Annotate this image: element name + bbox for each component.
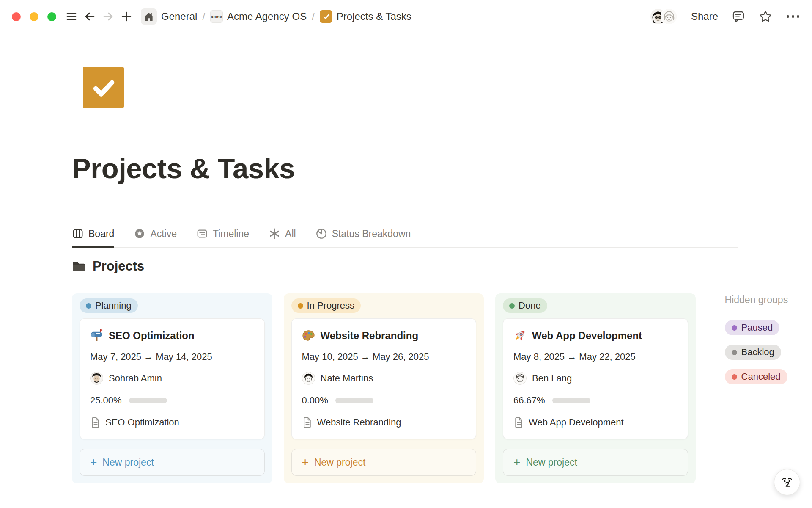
card-assignee: Nate Martins: [302, 372, 466, 385]
board-column-in-progress: In Progress Website Rebranding May 10, 2…: [284, 293, 484, 483]
topbar-actions: Share: [650, 8, 800, 25]
breadcrumb-item-current-page[interactable]: Projects & Tasks: [320, 10, 411, 23]
back-arrow-icon[interactable]: [83, 10, 96, 23]
new-project-button[interactable]: + New project: [80, 449, 265, 476]
avatar: [661, 8, 678, 25]
avatar: [90, 372, 103, 385]
hidden-groups-title: Hidden groups: [725, 294, 812, 306]
card-date-range: May 7, 2025 → May 14, 2025: [90, 351, 254, 362]
page-body: Projects & Tasks Board Active Timeline A…: [0, 67, 812, 483]
window-controls: [12, 12, 56, 21]
hidden-groups-list: PausedBacklogCanceled: [725, 320, 812, 384]
dark-folder-emoji-icon: [72, 260, 86, 273]
new-project-button[interactable]: + New project: [503, 449, 688, 476]
status-pill[interactable]: Done: [503, 298, 547, 313]
progress-label: 0.00%: [302, 395, 328, 406]
card-page-link: Web App Development: [513, 417, 678, 428]
status-dot-icon: [86, 303, 91, 309]
hidden-group-pill-canceled[interactable]: Canceled: [725, 369, 787, 384]
plus-icon: +: [302, 456, 309, 468]
page-link-label[interactable]: Web App Development: [529, 417, 624, 428]
notion-ai-button[interactable]: [774, 469, 800, 495]
view-tabs: Board Active Timeline All Status Breakdo…: [72, 228, 738, 248]
close-window-button[interactable]: [12, 12, 21, 21]
progress-bar: [335, 398, 373, 403]
card-title: Web App Development: [532, 330, 642, 342]
share-button[interactable]: Share: [691, 11, 718, 22]
card-assignee: Ben Lang: [513, 372, 678, 385]
topbar: General / acme Acme Agency OS / Projects…: [0, 0, 812, 33]
new-project-button[interactable]: + New project: [291, 449, 477, 476]
plus-icon: +: [90, 456, 97, 468]
card-date-range: May 8, 2025 → May 22, 2025: [513, 351, 678, 362]
card-page-link: Website Rebranding: [302, 417, 466, 428]
plus-icon: +: [513, 456, 520, 468]
tab-board[interactable]: Board: [72, 228, 114, 248]
kanban-board: Planning SEO Optimization May 7, 2025 → …: [72, 293, 812, 483]
breadcrumb-item-general[interactable]: General: [141, 8, 197, 25]
document-icon: [513, 417, 524, 428]
page-link-label[interactable]: SEO Optimization: [105, 417, 179, 428]
tab-status-breakdown[interactable]: Status Breakdown: [315, 228, 411, 248]
avatar: [302, 372, 315, 385]
card-title: SEO Optimization: [109, 330, 195, 342]
breadcrumb-separator: /: [312, 11, 315, 22]
mailbox-emoji-icon: [90, 329, 103, 342]
board-column-planning: Planning SEO Optimization May 7, 2025 → …: [72, 293, 272, 483]
hamburger-icon[interactable]: [66, 11, 77, 22]
section-title[interactable]: Projects: [93, 259, 144, 274]
hidden-groups-panel: Hidden groups PausedBacklogCanceled: [725, 293, 812, 384]
minimize-window-button[interactable]: [30, 12, 38, 21]
progress-label: 25.00%: [90, 395, 122, 406]
card-assignee: Sohrab Amin: [90, 372, 254, 385]
card-progress: 66.67%: [513, 395, 678, 406]
project-card[interactable]: Web App Development May 8, 2025 → May 22…: [503, 318, 688, 439]
card-progress: 25.00%: [90, 395, 254, 406]
document-icon: [302, 417, 313, 428]
document-icon: [90, 417, 101, 428]
forward-arrow-icon[interactable]: [102, 10, 115, 23]
zoom-window-button[interactable]: [47, 12, 56, 21]
acme-logo-icon: acme: [210, 10, 223, 23]
status-dot-icon: [298, 303, 303, 309]
progress-bar: [552, 398, 590, 403]
breadcrumb-label: Acme Agency OS: [227, 11, 307, 22]
notion-ai-face-icon: [779, 475, 795, 490]
tab-timeline[interactable]: Timeline: [196, 228, 249, 248]
tab-all[interactable]: All: [269, 228, 296, 248]
home-icon: [141, 8, 157, 25]
favorite-star-icon[interactable]: [759, 10, 772, 23]
assignee-name: Sohrab Amin: [109, 373, 162, 384]
status-pill[interactable]: In Progress: [291, 298, 361, 313]
comment-icon[interactable]: [732, 10, 745, 23]
rocket-emoji-icon: [513, 329, 527, 342]
avatar: [513, 372, 527, 385]
hidden-group-pill-paused[interactable]: Paused: [725, 320, 780, 335]
card-page-link: SEO Optimization: [90, 417, 254, 428]
page-link-label[interactable]: Website Rebranding: [317, 417, 401, 428]
orange-checkbox-icon: [320, 10, 332, 23]
board-column-done: Done Web App Development May 8, 2025 → M…: [495, 293, 696, 483]
assignee-name: Nate Martins: [321, 373, 373, 384]
hidden-group-pill-backlog[interactable]: Backlog: [725, 345, 781, 360]
card-title: Website Rebranding: [321, 330, 419, 342]
breadcrumb-item-workspace[interactable]: acme Acme Agency OS: [210, 10, 307, 23]
more-ellipsis-icon[interactable]: [786, 14, 800, 19]
project-card[interactable]: Website Rebranding May 10, 2025 → May 26…: [291, 318, 477, 439]
page-title[interactable]: Projects & Tasks: [72, 152, 812, 185]
card-progress: 0.00%: [302, 395, 466, 406]
status-dot-icon: [732, 374, 737, 380]
status-pill[interactable]: Planning: [80, 298, 138, 313]
page-icon[interactable]: [83, 67, 124, 108]
new-tab-plus-icon[interactable]: [121, 11, 132, 22]
breadcrumb: General / acme Acme Agency OS / Projects…: [141, 8, 411, 25]
collaborator-avatars[interactable]: [650, 8, 678, 25]
palette-emoji-icon: [302, 329, 315, 342]
breadcrumb-label: General: [161, 11, 197, 22]
project-card[interactable]: SEO Optimization May 7, 2025 → May 14, 2…: [80, 318, 265, 439]
breadcrumb-separator: /: [202, 11, 205, 22]
status-dot-icon: [732, 325, 737, 331]
progress-label: 66.67%: [513, 395, 545, 406]
breadcrumb-label: Projects & Tasks: [337, 11, 411, 22]
tab-active[interactable]: Active: [134, 228, 177, 248]
